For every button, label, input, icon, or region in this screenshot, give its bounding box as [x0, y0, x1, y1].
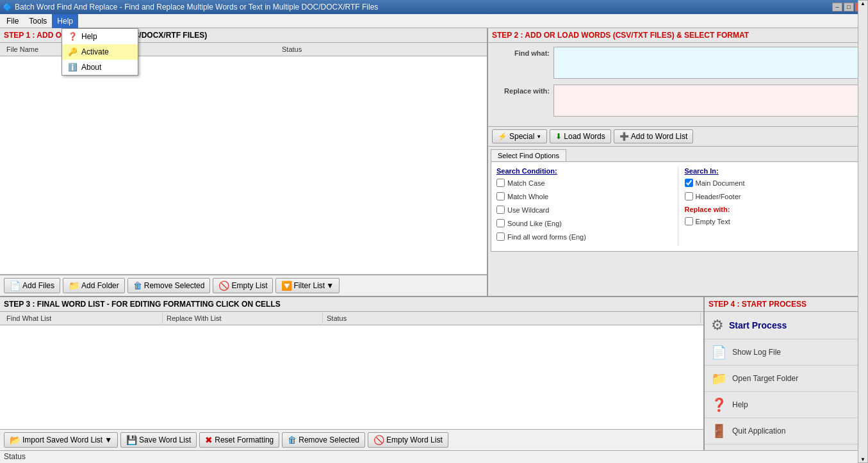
match-case-option: Match Case	[496, 179, 671, 187]
word-list-body[interactable]	[0, 325, 703, 429]
step1-empty-label: Empty List	[231, 281, 267, 290]
sound-like-checkbox[interactable]	[496, 219, 505, 227]
add-files-label: Add Files	[22, 281, 54, 290]
empty-word-list-label: Empty Word List	[386, 435, 443, 444]
main-document-checkbox[interactable]	[685, 179, 693, 187]
file-list-body[interactable]	[0, 56, 487, 272]
find-all-forms-label: Find all word forms (Eng)	[507, 233, 586, 241]
reset-formatting-button[interactable]: ✖ Reset Formatting	[199, 432, 279, 448]
load-words-label: Load Words	[564, 132, 605, 141]
filter-list-button[interactable]: 🔽 Filter List ▼	[275, 278, 340, 293]
step1-toolbar: 📄 Add Files 📁 Add Folder 🗑 Remove Select…	[0, 275, 487, 296]
special-button[interactable]: ⚡ Special ▼	[492, 129, 547, 143]
special-arrow-icon: ▼	[536, 134, 541, 140]
minimize-button[interactable]: –	[832, 3, 842, 12]
header-footer-label: Header/Footer	[696, 193, 741, 200]
step4-panel: STEP 4 : START PROCESS ⚙ Start Process 📄…	[705, 297, 868, 450]
replace-row: Replace with: ▲ ▼	[492, 85, 864, 118]
filter-arrow-icon: ▼	[326, 281, 334, 290]
add-word-list-label: Add to Word List	[631, 132, 688, 141]
menu-help[interactable]: Help	[52, 14, 78, 28]
match-whole-label: Match Whole	[507, 193, 548, 200]
header-footer-checkbox[interactable]	[685, 192, 693, 200]
find-input-wrap	[553, 47, 864, 81]
search-in-title: Search In:	[685, 167, 860, 175]
step1-empty-list-button[interactable]: 🚫 Empty List	[213, 278, 273, 293]
step1-remove-selected-button[interactable]: 🗑 Remove Selected	[127, 278, 211, 293]
start-process-label: Start Process	[729, 320, 787, 330]
title-text: Batch Word Find And Replace - Find and R…	[15, 3, 378, 12]
use-wildcard-option: Use Wildcard	[496, 206, 671, 214]
save-word-list-button[interactable]: 💾 Save Word List	[120, 432, 197, 448]
show-log-file-button[interactable]: 📄 Show Log File	[705, 339, 868, 366]
match-whole-checkbox[interactable]	[496, 192, 505, 200]
maximize-button[interactable]: □	[844, 3, 854, 12]
empty-text-checkbox[interactable]	[685, 217, 693, 225]
app-icon: 🔷	[3, 3, 12, 12]
add-folder-icon: 📁	[69, 280, 79, 291]
menu-tools[interactable]: Tools	[24, 14, 52, 28]
step4-help-label: Help	[732, 400, 748, 409]
empty-text-label: Empty Text	[696, 218, 730, 225]
column-filename: File Name	[3, 44, 278, 54]
step1-remove-icon: 🗑	[133, 280, 142, 291]
wl-replace-col: Replace With List	[163, 313, 323, 323]
import-saved-word-list-button[interactable]: 📂 Import Saved Word List ▼	[4, 432, 118, 448]
add-files-icon: 📄	[10, 280, 20, 291]
menu-file[interactable]: File	[1, 14, 24, 28]
step4-help-button[interactable]: ❓ Help	[705, 392, 868, 418]
add-to-word-list-button[interactable]: ➕ Add to Word List	[614, 129, 694, 143]
add-folder-label: Add Folder	[81, 281, 119, 290]
start-process-button[interactable]: ⚙ Start Process	[705, 312, 868, 339]
search-in-section: Search In: Main Document Header/Footer R…	[678, 167, 860, 246]
sound-like-label: Sound Like (Eng)	[507, 220, 562, 227]
dropdown-activate[interactable]: 🔑 Activate	[62, 44, 138, 60]
status-bar: Status	[0, 450, 868, 463]
file-list-area: File Name Status	[0, 43, 487, 275]
main-document-label: Main Document	[696, 179, 745, 187]
save-icon: 💾	[126, 435, 137, 445]
match-case-checkbox[interactable]	[496, 179, 505, 187]
dropdown-help[interactable]: ❓ Help	[62, 29, 138, 44]
show-log-icon: 📄	[711, 345, 727, 360]
replace-input[interactable]	[553, 85, 864, 117]
add-folder-button[interactable]: 📁 Add Folder	[63, 278, 125, 293]
help-dropdown: ❓ Help 🔑 Activate ℹ️ About	[61, 28, 138, 76]
dropdown-about[interactable]: ℹ️ About	[62, 60, 138, 75]
use-wildcard-checkbox[interactable]	[496, 206, 505, 214]
replace-scroll-down-icon[interactable]: ▼	[860, 457, 865, 462]
options-tab[interactable]: Select Find Options	[491, 149, 566, 161]
open-target-label: Open Target Folder	[732, 374, 798, 383]
options-panel: Select Find Options Search Condition: Ma…	[488, 147, 868, 296]
open-folder-icon: 📁	[711, 371, 727, 386]
replace-scroll-up-icon[interactable]: ▲	[860, 1, 865, 6]
add-files-button[interactable]: 📄 Add Files	[4, 278, 60, 293]
find-input[interactable]	[553, 47, 864, 79]
dropdown-about-label: About	[81, 63, 101, 72]
replace-scrollbar[interactable]: ▲ ▼	[858, 0, 868, 463]
open-target-folder-button[interactable]: 📁 Open Target Folder	[705, 366, 868, 392]
step3-remove-selected-button[interactable]: 🗑 Remove Selected	[282, 432, 365, 448]
step3-toolbar: 📂 Import Saved Word List ▼ 💾 Save Word L…	[0, 429, 703, 450]
search-condition-title: Search Condition:	[496, 167, 671, 175]
quit-application-button[interactable]: 🚪 Quit Application	[705, 418, 868, 444]
find-all-forms-checkbox[interactable]	[496, 232, 505, 241]
main-layout: STEP 1 : ADD OR LOAD FILES (DOC/DOCX/RTF…	[0, 28, 868, 463]
step3-remove-label: Remove Selected	[299, 435, 359, 444]
step2-header: STEP 2 : ADD OR LOAD WORDS (CSV/TXT FILE…	[488, 28, 868, 43]
empty-word-list-button[interactable]: 🚫 Empty Word List	[368, 432, 448, 448]
title-bar-title: 🔷 Batch Word Find And Replace - Find and…	[3, 3, 378, 12]
step3-header: STEP 3 : FINAL WORD LIST - FOR EDITING F…	[0, 297, 703, 312]
step4-header-text: STEP 4 : START PROCESS	[708, 300, 807, 309]
load-words-button[interactable]: ⬇ Load Words	[550, 129, 610, 143]
options-grid: Search Condition: Match Case Match Whole	[496, 167, 860, 246]
about-icon: ℹ️	[67, 62, 78, 72]
add-word-list-icon: ➕	[619, 132, 629, 141]
bottom-section: STEP 3 : FINAL WORD LIST - FOR EDITING F…	[0, 297, 868, 450]
filter-label: Filter List	[293, 281, 325, 290]
match-whole-option: Match Whole	[496, 192, 671, 200]
replace-with-section-label: Replace with:	[685, 206, 860, 213]
step4-header: STEP 4 : START PROCESS	[705, 297, 868, 312]
step2-header-text: STEP 2 : ADD OR LOAD WORDS (CSV/TXT FILE…	[492, 31, 749, 40]
special-label: Special	[509, 132, 534, 141]
